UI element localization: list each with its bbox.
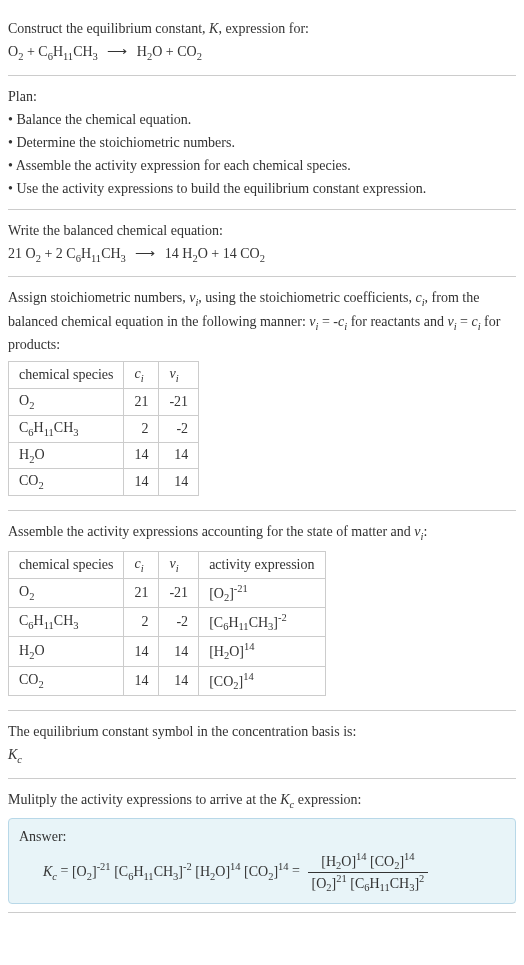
cell-nui: -2 [159,607,199,636]
reaction-arrow: ⟶ [101,44,133,59]
plan-bullet-3: • Assemble the activity expression for e… [8,155,516,176]
activity-text: Assemble the activity expressions accoun… [8,521,516,545]
plan-title: Plan: [8,86,516,107]
cell-ci: 14 [124,637,159,666]
plan-section: Plan: • Balance the chemical equation. •… [8,76,516,210]
cell-nui: 14 [159,442,199,469]
cell-nui: 14 [159,469,199,496]
cell-ci: 21 [124,388,159,415]
k-symbol: K [209,21,218,36]
col-ci: ci [124,551,159,578]
term-4: [CO2]14 [244,864,289,879]
plan-bullet-2: • Determine the stoichiometric numbers. [8,132,516,153]
plus-sign: + [166,44,177,59]
cell-activity: [CO2]14 [199,666,325,695]
species-h2o: H2O [182,246,208,261]
cell-nui: 14 [159,637,199,666]
cell-activity: [H2O]14 [199,637,325,666]
plan-bullet-1: • Balance the chemical equation. [8,109,516,130]
kc-symbol: Kc [8,744,516,768]
species-co2: CO2 [240,246,265,261]
intro-line1: Construct the equilibrium constant, K, e… [8,18,516,39]
plus-sign: + [27,44,38,59]
table-row: C6H11CH3 2 -2 [9,415,199,442]
cell-species: H2O [9,637,124,666]
multiply-text: Mulitply the activity expressions to arr… [8,789,516,813]
cell-ci: 2 [124,415,159,442]
table-header-row: chemical species ci νi activity expressi… [9,551,326,578]
equals-1: = [61,864,72,879]
cell-nui: 14 [159,666,199,695]
reaction-arrow: ⟶ [129,246,161,261]
reactant-o2: O2 [8,44,23,59]
cell-species: H2O [9,442,124,469]
activity-table: chemical species ci νi activity expressi… [8,551,326,697]
cell-nui: -2 [159,415,199,442]
final-section: Mulitply the activity expressions to arr… [8,779,516,913]
answer-box: Answer: Kc = [O2]-21 [C6H11CH3]-2 [H2O]1… [8,818,516,904]
symbol-text-line1: The equilibrium constant symbol in the c… [8,721,516,742]
table-row: H2O 14 14 [9,442,199,469]
fraction: [H2O]14 [CO2]14 [O2]21 [C6H11CH3]2 [308,851,429,893]
cell-activity: [O2]-21 [199,578,325,607]
cell-species: O2 [9,388,124,415]
fraction-numerator: [H2O]14 [CO2]14 [308,851,429,872]
intro-section: Construct the equilibrium constant, K, e… [8,8,516,76]
stoich-text: Assign stoichiometric numbers, νi, using… [8,287,516,355]
col-activity: activity expression [199,551,325,578]
cell-ci: 14 [124,666,159,695]
table-row: H2O 14 14 [H2O]14 [9,637,326,666]
table-row: C6H11CH3 2 -2 [C6H11CH3]-2 [9,607,326,636]
fraction-denominator: [O2]21 [C6H11CH3]2 [308,873,429,893]
balanced-equation: 21 O2 + 2 C6H11CH3 ⟶ 14 H2O + 14 CO2 [8,243,516,267]
table-header-row: chemical species ci νi [9,362,199,389]
kc-lhs: Kc [43,864,57,879]
unbalanced-equation: O2 + C6H11CH3 ⟶ H2O + CO2 [8,41,516,65]
cell-ci: 21 [124,578,159,607]
cell-species: O2 [9,578,124,607]
answer-expression: Kc = [O2]-21 [C6H11CH3]-2 [H2O]14 [CO2]1… [19,851,505,893]
col-species: chemical species [9,551,124,578]
equals-2: = [292,864,303,879]
coef-2: 2 [56,246,63,261]
answer-label: Answer: [19,829,505,845]
cell-species: C6H11CH3 [9,607,124,636]
table-row: CO2 14 14 [CO2]14 [9,666,326,695]
col-species: chemical species [9,362,124,389]
table-row: CO2 14 14 [9,469,199,496]
product-co2: CO2 [177,44,202,59]
coef-4: 14 [223,246,237,261]
intro-text-suffix: , expression for: [218,21,309,36]
cell-nui: -21 [159,578,199,607]
reactant-methylcyclohexane: C6H11CH3 [38,44,98,59]
term-1: [O2]-21 [72,864,111,879]
term-3: [H2O]14 [195,864,240,879]
term-2: [C6H11CH3]-2 [114,864,192,879]
cell-ci: 14 [124,469,159,496]
cell-nui: -21 [159,388,199,415]
product-h2o: H2O [137,44,163,59]
col-nui: νi [159,551,199,578]
activity-section: Assemble the activity expressions accoun… [8,511,516,711]
cell-species: C6H11CH3 [9,415,124,442]
cell-species: CO2 [9,666,124,695]
species-methylcyclohexane: C6H11CH3 [66,246,126,261]
plan-bullet-4: • Use the activity expressions to build … [8,178,516,199]
stoich-table: chemical species ci νi O2 21 -21 C6H11CH… [8,361,199,496]
coef-3: 14 [165,246,179,261]
table-row: O2 21 -21 [O2]-21 [9,578,326,607]
col-ci: ci [124,362,159,389]
plus-sign: + [44,246,55,261]
cell-ci: 14 [124,442,159,469]
balanced-section: Write the balanced chemical equation: 21… [8,210,516,278]
balanced-title: Write the balanced chemical equation: [8,220,516,241]
col-nui: νi [159,362,199,389]
intro-text-prefix: Construct the equilibrium constant, [8,21,209,36]
stoich-section: Assign stoichiometric numbers, νi, using… [8,277,516,511]
species-o2: O2 [26,246,41,261]
table-row: O2 21 -21 [9,388,199,415]
symbol-section: The equilibrium constant symbol in the c… [8,711,516,779]
cell-activity: [C6H11CH3]-2 [199,607,325,636]
plus-sign: + [211,246,222,261]
coef-1: 21 [8,246,22,261]
